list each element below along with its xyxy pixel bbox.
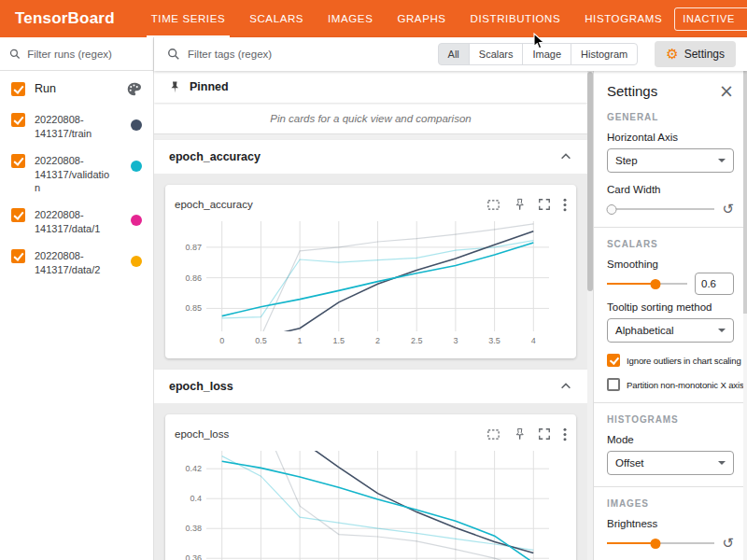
run-checkbox[interactable]: [11, 154, 25, 168]
chevron-down-icon: [718, 461, 726, 465]
svg-text:0.87: 0.87: [185, 243, 202, 252]
svg-text:0.85: 0.85: [185, 303, 202, 313]
run-color-dot: [131, 161, 142, 172]
fullscreen-icon[interactable]: [538, 198, 551, 211]
fit-to-data-icon[interactable]: [486, 198, 500, 212]
tab-distributions[interactable]: DISTRIBUTIONS: [458, 0, 573, 37]
tab-time-series[interactable]: TIME SERIES: [139, 0, 237, 37]
reload-status-dropdown[interactable]: INACTIVE: [674, 7, 747, 31]
section-header-epoch-accuracy[interactable]: epoch_accuracy: [154, 140, 587, 174]
filter-runs-input[interactable]: [27, 49, 144, 60]
partition-x-axis-checkbox[interactable]: [607, 378, 620, 391]
partition-x-axis-row[interactable]: Partition non-monotonic X axis i: [607, 378, 734, 391]
run-row-validation[interactable]: 20220808-141317/validation: [0, 147, 153, 203]
svg-text:0.86: 0.86: [185, 273, 202, 283]
run-color-dot: [131, 215, 142, 226]
fit-to-data-icon[interactable]: [486, 427, 500, 441]
palette-icon[interactable]: [126, 81, 142, 97]
run-row-train[interactable]: 20220808-141317/train: [0, 106, 153, 147]
reset-icon[interactable]: ↺: [722, 537, 734, 551]
ignore-outliers-row[interactable]: Ignore outliers in chart scaling: [607, 354, 734, 367]
smoothing-label: Smoothing: [607, 259, 734, 270]
tab-images[interactable]: IMAGES: [316, 0, 385, 37]
chevron-down-icon: [718, 329, 726, 332]
svg-text:0.4: 0.4: [190, 494, 202, 503]
smoothing-slider[interactable]: [607, 277, 687, 290]
card-title: epoch_loss: [175, 428, 229, 440]
select-all-runs-checkbox[interactable]: [11, 82, 25, 96]
search-icon: [9, 48, 21, 61]
tooltip-sorting-select[interactable]: Alphabetical: [607, 318, 734, 343]
run-row-data-1[interactable]: 20220808-141317/data/1: [0, 202, 153, 243]
app-header: TensorBoard TIME SERIES SCALARS IMAGES G…: [0, 0, 747, 37]
filter-runs-row: [0, 37, 153, 71]
pin-icon[interactable]: [513, 427, 526, 441]
svg-text:1.5: 1.5: [333, 336, 345, 345]
svg-text:3.5: 3.5: [488, 336, 500, 345]
slider-knob[interactable]: [607, 204, 617, 215]
gear-icon: ⚙: [666, 48, 678, 62]
filter-tags-input[interactable]: [188, 49, 430, 60]
close-icon[interactable]: ×: [719, 82, 734, 100]
main-nav: TIME SERIES SCALARS IMAGES GRAPHS DISTRI…: [139, 0, 675, 37]
svg-text:2: 2: [375, 336, 380, 345]
tag-filter-toolbar: All Scalars Image Histogram ⚙ Settings: [154, 37, 747, 71]
smoothing-value-input[interactable]: [695, 273, 734, 295]
tab-graphs[interactable]: GRAPHS: [385, 0, 458, 37]
app-logo: TensorBoard: [15, 9, 115, 28]
general-heading: GENERAL: [607, 112, 734, 122]
settings-button[interactable]: ⚙ Settings: [655, 41, 736, 67]
ignore-outliers-checkbox[interactable]: [607, 354, 620, 367]
settings-panel-title: Settings: [607, 83, 657, 99]
horizontal-axis-select[interactable]: Step: [607, 148, 734, 173]
filter-pill-histogram[interactable]: Histogram: [571, 43, 638, 65]
runs-sidebar: Run 20220808-141317/train 20220808-14131…: [0, 37, 154, 560]
brightness-slider[interactable]: [607, 537, 714, 550]
slider-knob[interactable]: [650, 279, 660, 289]
run-row-data-2[interactable]: 20220808-141317/data/2: [0, 243, 153, 284]
more-options-icon[interactable]: [563, 427, 567, 441]
reset-icon[interactable]: ↺: [722, 203, 734, 217]
scalar-card-epoch-loss: epoch_loss: [165, 414, 576, 560]
chevron-up-icon[interactable]: [559, 150, 572, 163]
epoch-loss-chart[interactable]: 00.511.522.533.540.360.380.40.42: [175, 446, 557, 560]
svg-text:0.38: 0.38: [185, 524, 202, 533]
header-actions: INACTIVE ◐ ↻ ⚙ ?: [674, 7, 747, 31]
slider-knob[interactable]: [650, 539, 660, 549]
card-width-label: Card Width: [607, 184, 734, 195]
histograms-heading: HISTOGRAMS: [607, 414, 734, 425]
pin-icon[interactable]: [513, 198, 526, 211]
run-checkbox[interactable]: [11, 249, 25, 263]
tab-histograms[interactable]: HISTOGRAMS: [572, 0, 674, 37]
run-color-dot: [131, 256, 142, 267]
pinned-section-header: Pinned: [154, 71, 587, 103]
tab-scalars[interactable]: SCALARS: [237, 0, 316, 37]
chevron-up-icon[interactable]: [559, 380, 572, 393]
run-checkbox[interactable]: [11, 113, 25, 127]
histogram-mode-select[interactable]: Offset: [607, 451, 734, 475]
reload-status-value: INACTIVE: [683, 13, 735, 24]
more-options-icon[interactable]: [563, 198, 567, 212]
section-title: epoch_loss: [169, 380, 233, 393]
epoch-accuracy-chart[interactable]: 00.511.522.533.540.850.860.87: [175, 217, 557, 347]
card-width-slider[interactable]: [607, 203, 714, 216]
card-title: epoch_accuracy: [175, 199, 253, 210]
svg-text:0.42: 0.42: [185, 464, 202, 473]
pinned-title: Pinned: [190, 80, 229, 93]
svg-text:3: 3: [453, 336, 458, 345]
filter-pill-scalars[interactable]: Scalars: [469, 43, 524, 65]
filter-pill-image[interactable]: Image: [522, 43, 571, 65]
run-name: 20220808-141317/train: [35, 113, 113, 141]
section-body-epoch-loss: epoch_loss: [154, 403, 587, 560]
svg-text:1: 1: [298, 336, 303, 345]
search-icon: [167, 48, 180, 61]
run-checkbox[interactable]: [11, 208, 25, 222]
section-header-epoch-loss[interactable]: epoch_loss: [154, 370, 587, 403]
tooltip-sorting-label: Tooltip sorting method: [607, 301, 734, 313]
pin-hint: Pin cards for a quick view and compariso…: [154, 103, 587, 134]
scrollbar-thumb[interactable]: [743, 71, 747, 314]
filter-pill-all[interactable]: All: [438, 43, 470, 65]
svg-text:0: 0: [219, 336, 224, 345]
fullscreen-icon[interactable]: [538, 427, 551, 441]
tag-type-filter-group: All Scalars Image Histogram: [438, 43, 639, 65]
